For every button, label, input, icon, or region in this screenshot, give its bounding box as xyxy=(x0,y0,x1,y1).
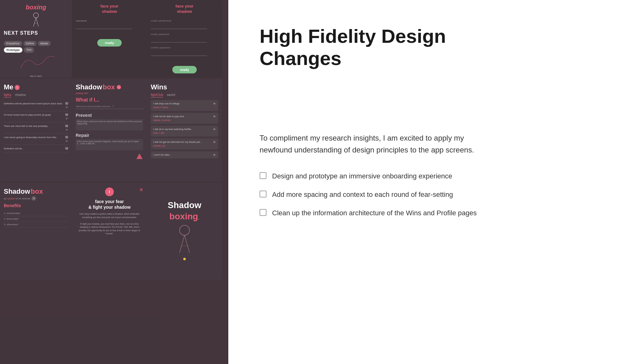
checklist: Design and prototype an immersive onboar… xyxy=(260,172,607,218)
username-label: username xyxy=(76,19,143,22)
shadowbox-subtext: putting off? xyxy=(76,92,143,95)
svg-line-7 xyxy=(185,235,190,253)
fear-info-icon: i xyxy=(105,187,114,196)
fear-body-text: Carl Jung created a symbol called a Shad… xyxy=(76,212,143,236)
prevent-textarea: What steps could you have to reduce the … xyxy=(76,119,143,130)
sb-ribbon-svg xyxy=(172,224,197,255)
sb-bottom-title-black: Shadow xyxy=(168,200,201,210)
second-row: Me i fights shadow Definition will be pl… xyxy=(0,79,228,182)
sb-benefits-title-pink: box xyxy=(31,187,43,196)
screen3-title: face yourshadow xyxy=(175,4,194,14)
tab-saved: saved xyxy=(167,93,175,97)
step-test: Test xyxy=(24,47,34,53)
me-tab-row: fights shadow xyxy=(4,93,68,97)
screen-create: face yourshadow create spiritAnimal crea… xyxy=(147,0,222,77)
left-panel: boxing NEXT STEPS Empathize Define Ideat… xyxy=(0,0,228,364)
checklist-item-2: Add more spacing and context to each rou… xyxy=(260,190,607,200)
benefit-1: 1. emotionally? xyxy=(4,211,68,216)
win-item-3: ⚑ I will sit in my bed watching Netflix.… xyxy=(151,126,218,137)
next-steps-label: NEXT STEPS xyxy=(4,30,68,36)
screen-me: Me i fights shadow Definition will be pl… xyxy=(0,79,72,182)
me-item-5: Definition will be... W xyxy=(4,145,68,152)
screen2-title: face yourshadow xyxy=(100,4,119,14)
prevent-heading: Prevent xyxy=(76,113,143,118)
benefit-2: 2. financially? xyxy=(4,216,68,222)
shadowbox-title-pink: box xyxy=(103,83,115,91)
face-your-fear-title: face your fear& fight your shadow xyxy=(89,199,131,210)
yellow-dot xyxy=(183,258,186,260)
spirit-label: create spiritAnimal xyxy=(151,19,218,22)
step-ideate: Ideate xyxy=(38,41,51,46)
svg-point-0 xyxy=(33,13,38,18)
attempt-info-icon: ? xyxy=(32,196,36,201)
screen-shadowbox: Shadowbox ! putting off? What if I... de… xyxy=(72,79,147,182)
me-item-3: There are more fish in the sea probably.… xyxy=(4,122,68,134)
checklist-label-3: Clean up the information architecture of… xyxy=(272,208,477,218)
win-item-5: ⚑ I won't be able... xyxy=(151,151,218,158)
win-item-1: ⚑ I will drop out of college. mama, 5 sa… xyxy=(151,100,218,111)
design-steps: Empathize Define Ideate Prototype Test xyxy=(4,41,68,53)
third-row: Shadowbox by symbol of an attempt ? Bene… xyxy=(0,183,228,280)
app-screens: boxing NEXT STEPS Empathize Define Ideat… xyxy=(0,0,228,364)
me-item-4: I am never going to financially recover … xyxy=(4,134,68,145)
svg-line-2 xyxy=(36,18,38,27)
sb-benefits-title-black: Shadow xyxy=(4,187,30,196)
close-icon: ✕ xyxy=(139,187,143,193)
me-title: Me xyxy=(4,83,13,91)
step-prototype: Prototype xyxy=(4,47,23,53)
sb-bottom-title-pink: boxing xyxy=(170,212,198,221)
screen-next-steps: boxing NEXT STEPS Empathize Define Ideat… xyxy=(0,0,72,77)
attempt-text: by symbol of an attempt ? xyxy=(4,196,68,201)
checkbox-2[interactable] xyxy=(260,191,266,197)
win-item-4: ⚑ I will not get an interview for my dre… xyxy=(151,138,218,149)
confirm-label: confirm password xyxy=(151,46,218,49)
checklist-label-1: Design and prototype an immersive onboar… xyxy=(272,172,452,181)
me-info-icon: i xyxy=(15,85,20,90)
tab-fightclub: fightClub xyxy=(151,93,163,97)
win-item-2: ⚑ I will not be able to pay rent. highwe… xyxy=(151,113,218,124)
username-field xyxy=(76,23,132,29)
right-panel: High Fidelity DesignChanges To complimen… xyxy=(228,0,638,364)
step-empathize: Empathize xyxy=(4,41,22,46)
repair-heading: Repair xyxy=(76,133,143,138)
screen-login: face yourshadow username ready xyxy=(72,0,147,77)
me-item-2: I'll never know how to play euchre (& go… xyxy=(4,111,68,122)
ribbon-icon xyxy=(30,12,42,28)
screen-wins: Wins fightClub saved ⚑ I will drop out o… xyxy=(147,79,222,182)
benefits-heading: Benefits xyxy=(4,203,68,208)
password-field xyxy=(151,36,207,42)
spirit-field xyxy=(151,23,207,29)
checklist-item-3: Clean up the information architecture of… xyxy=(260,208,607,218)
benefit-3: 3. otherwise? xyxy=(4,222,68,227)
checklist-label-2: Add more spacing and context to each rou… xyxy=(272,190,453,200)
step-define: Define xyxy=(23,41,37,46)
top-row: boxing NEXT STEPS Empathize Define Ideat… xyxy=(0,0,228,77)
alert-triangle-icon xyxy=(136,153,143,160)
attempt-pink-text: symbol xyxy=(7,197,15,200)
tab-shadow: shadow xyxy=(15,93,26,97)
screen-fear: ✕ i face your fear& fight your shadow Ca… xyxy=(72,183,147,280)
me-item-1: Definition will be placed here lorem ips… xyxy=(4,100,68,111)
svg-line-6 xyxy=(180,235,185,253)
checkbox-3[interactable] xyxy=(260,209,266,216)
confirm-field xyxy=(151,50,207,56)
screen-shadow-boxing-bottom: Shadow boxing. xyxy=(147,183,222,280)
shadowbox-info-icon: ! xyxy=(117,85,121,89)
checklist-item-1: Design and prototype an immersive onboar… xyxy=(260,172,607,181)
wins-title: Wins xyxy=(151,83,167,91)
sb-bottom-dot: . xyxy=(198,214,200,221)
svg-point-5 xyxy=(180,225,190,235)
tab-fights: fights xyxy=(4,93,11,97)
password-label: create password xyxy=(151,33,218,36)
page-title: High Fidelity DesignChanges xyxy=(260,25,607,70)
screen-sb-benefits: Shadowbox by symbol of an attempt ? Bene… xyxy=(0,183,72,280)
description-text: To compliment my research insights, I am… xyxy=(260,132,485,156)
wins-tab-row: fightClub saved xyxy=(151,93,218,97)
checkbox-1[interactable] xyxy=(260,172,266,179)
define-input: define your worst possible outcome... ? xyxy=(76,104,143,109)
tap-to-start: tap to start xyxy=(4,75,68,77)
repair-textarea: If the worst-case scenario happens, what… xyxy=(76,139,143,150)
ready-btn-screen3: ready xyxy=(172,66,196,73)
line-art-svg xyxy=(17,53,55,72)
shadowbox-title-black: Shadow xyxy=(76,83,102,91)
